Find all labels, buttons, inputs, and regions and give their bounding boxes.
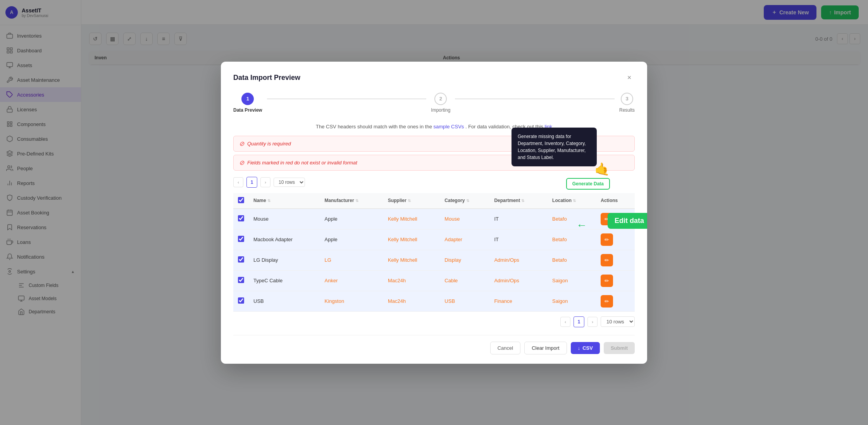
col-checkbox	[233, 193, 249, 209]
edit-data-badge: Edit data	[608, 213, 647, 229]
cell-supplier: Kelly Mitchell	[383, 250, 440, 270]
modal-header: Data Import Preview ×	[233, 73, 635, 83]
col-name: Name ⇅	[249, 193, 320, 209]
cell-manufacturer: Apple	[320, 209, 383, 230]
cell-category: Display	[440, 250, 489, 270]
sample-csv-link[interactable]: sample CSVs	[434, 124, 464, 130]
table-row: Macbook Adapter Apple Kelly Mitchell Ada…	[233, 229, 635, 250]
step-2: 2 Importing	[431, 93, 450, 113]
col-actions: Actions	[596, 193, 635, 209]
row-checkbox[interactable]	[238, 297, 244, 304]
cell-manufacturer: Kingston	[320, 291, 383, 311]
step-3: 3 Results	[619, 93, 635, 113]
row-checkbox-cell	[233, 209, 249, 230]
cell-location: Betafo	[548, 250, 596, 270]
hand-pointer-icon: 🤙	[594, 162, 610, 176]
cell-name: TypeC Cable	[249, 270, 320, 291]
step-1-label: Data Preview	[233, 107, 262, 113]
col-manufacturer: Manufacturer ⇅	[320, 193, 383, 209]
cell-manufacturer: Apple	[320, 229, 383, 250]
table-row: Mouse Apple Kelly Mitchell Mouse IT Beta…	[233, 209, 635, 230]
modal-footer: Cancel Clear Import ↓ CSV Submit	[233, 335, 635, 354]
cell-location: Saigon	[548, 270, 596, 291]
cell-name: LG Display	[249, 250, 320, 270]
rows-per-page-select[interactable]: 10 rows 25 rows 50 rows	[274, 178, 305, 187]
cell-actions: ✏	[596, 250, 635, 270]
error-icon-2: ⊘	[239, 159, 244, 166]
modal-title: Data Import Preview	[233, 74, 300, 82]
cell-name: Mouse	[249, 209, 320, 230]
table-row: TypeC Cable Anker Mac24h Cable Admin/Ops…	[233, 270, 635, 291]
edit-row-button[interactable]: ✏	[601, 295, 613, 308]
select-all-checkbox[interactable]	[238, 197, 244, 203]
generate-data-button[interactable]: Generate Data	[566, 178, 610, 190]
current-page-num: 1	[246, 177, 257, 188]
import-modal: Data Import Preview × 1 Data Preview 2 I…	[221, 62, 647, 364]
cell-name: Macbook Adapter	[249, 229, 320, 250]
col-supplier: Supplier ⇅	[383, 193, 440, 209]
step-3-circle: 3	[621, 93, 633, 105]
csv-button[interactable]: ↓ CSV	[571, 342, 600, 354]
row-checkbox[interactable]	[238, 236, 244, 242]
cell-department: IT	[489, 229, 548, 250]
cell-supplier: Kelly Mitchell	[383, 229, 440, 250]
cell-actions: ✏	[596, 270, 635, 291]
step-1: 1 Data Preview	[233, 93, 262, 113]
generate-data-area: 🤙 Generate Data	[566, 162, 610, 190]
cell-location: Saigon	[548, 291, 596, 311]
import-data-table: Name ⇅ Manufacturer ⇅ Supplier ⇅ Categor…	[233, 193, 635, 312]
cell-actions: ✏	[596, 291, 635, 311]
cell-manufacturer: Anker	[320, 270, 383, 291]
cell-location: Betafo	[548, 209, 596, 230]
row-checkbox[interactable]	[238, 277, 244, 283]
step-3-label: Results	[619, 107, 635, 113]
submit-button: Submit	[604, 342, 635, 354]
cell-department: Admin/Ops	[489, 250, 548, 270]
prev-table-page-btn[interactable]: ‹	[233, 177, 243, 187]
cancel-button[interactable]: Cancel	[490, 342, 520, 354]
bottom-page-num: 1	[574, 316, 584, 327]
cell-manufacturer: LG	[320, 250, 383, 270]
row-checkbox-cell	[233, 270, 249, 291]
bottom-pagination: ‹ 1 › 10 rows 25 rows 50 rows	[233, 316, 635, 327]
edit-data-arrow: ←	[576, 219, 587, 232]
bottom-prev-btn[interactable]: ‹	[560, 317, 570, 327]
generate-data-tooltip: Generate missing data for Department, In…	[512, 128, 597, 166]
error-icon-1: ⊘	[239, 140, 244, 147]
next-table-page-btn[interactable]: ›	[260, 177, 270, 187]
cell-supplier: Kelly Mitchell	[383, 209, 440, 230]
cell-category: Adapter	[440, 229, 489, 250]
bottom-rows-select[interactable]: 10 rows 25 rows 50 rows	[601, 316, 635, 327]
download-csv-icon: ↓	[578, 345, 580, 351]
row-checkbox[interactable]	[238, 256, 244, 263]
step-2-label: Importing	[431, 107, 450, 113]
cell-name: USB	[249, 291, 320, 311]
cell-supplier: Mac24h	[383, 291, 440, 311]
cell-actions: ✏	[596, 229, 635, 250]
edit-row-button[interactable]: ✏	[601, 254, 613, 266]
step-line-2	[455, 98, 615, 99]
cell-supplier: Mac24h	[383, 270, 440, 291]
cell-department: Admin/Ops	[489, 270, 548, 291]
modal-overlay: Data Import Preview × 1 Data Preview 2 I…	[0, 0, 868, 425]
bottom-next-btn[interactable]: ›	[587, 317, 598, 327]
row-checkbox[interactable]	[238, 215, 244, 221]
col-category: Category ⇅	[440, 193, 489, 209]
col-department: Department ⇅	[489, 193, 548, 209]
col-location: Location ⇅	[548, 193, 596, 209]
step-2-circle: 2	[434, 93, 447, 105]
cell-category: Mouse	[440, 209, 489, 230]
edit-row-button[interactable]: ✏	[601, 233, 613, 246]
table-row: USB Kingston Mac24h USB Finance Saigon ✏	[233, 291, 635, 311]
cell-category: USB	[440, 291, 489, 311]
cell-category: Cable	[440, 270, 489, 291]
modal-close-button[interactable]: ×	[624, 73, 635, 83]
edit-row-button[interactable]: ✏	[601, 275, 613, 287]
clear-import-button[interactable]: Clear Import	[524, 342, 567, 354]
row-checkbox-cell	[233, 291, 249, 311]
step-line-1	[267, 98, 427, 99]
cell-department: IT	[489, 209, 548, 230]
row-checkbox-cell	[233, 250, 249, 270]
row-checkbox-cell	[233, 229, 249, 250]
import-stepper: 1 Data Preview 2 Importing 3 Results	[233, 93, 635, 113]
